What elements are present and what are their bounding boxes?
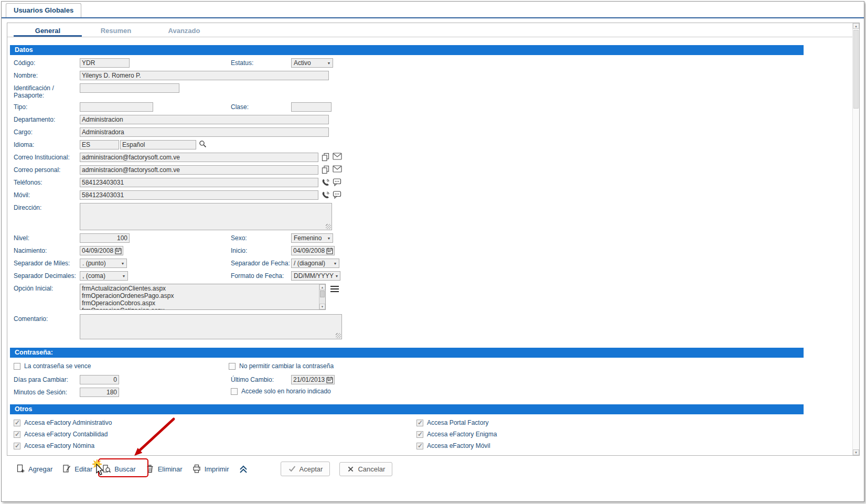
calendar-icon[interactable] <box>115 248 122 254</box>
separador-decimales-value: , (coma) <box>82 272 105 280</box>
accesa-nomina-checkbox[interactable] <box>14 443 20 449</box>
identificacion-input[interactable] <box>80 83 179 93</box>
minutos-sesion-input[interactable] <box>80 388 119 397</box>
formato-fecha-select[interactable]: DD/MM/YYYY <box>291 271 340 281</box>
dias-cambiar-input[interactable] <box>80 375 119 384</box>
separador-fecha-select[interactable]: / (diagonal) <box>291 259 339 268</box>
phone-icon[interactable] <box>321 190 330 199</box>
otros-grid: Accesa eFactory Administrativo Accesa Po… <box>10 419 852 449</box>
nivel-input[interactable] <box>80 233 130 243</box>
list-item[interactable]: frmActualizacionClientes.aspx <box>82 285 318 292</box>
sexo-select[interactable]: Femenino <box>291 233 333 243</box>
sms-icon[interactable] <box>333 190 341 199</box>
vertical-scrollbar[interactable] <box>852 23 859 455</box>
phone-icon[interactable] <box>321 178 330 187</box>
list-item[interactable]: frmOperacionCobros.aspx <box>82 299 318 307</box>
row-tipo-clase: Tipo: Clase: <box>10 102 852 112</box>
aceptar-button[interactable]: Aceptar <box>281 462 330 476</box>
calendar-icon[interactable] <box>326 248 333 254</box>
inner-tabstrip: General Resumen Avanzado <box>7 23 859 37</box>
scrollbar-thumb[interactable] <box>320 291 325 297</box>
collapse-toolbar-button[interactable] <box>239 464 248 474</box>
codigo-input[interactable] <box>80 58 130 68</box>
check-icon <box>288 465 296 473</box>
accesa-administrativo-checkbox[interactable] <box>14 420 20 426</box>
resize-grip-icon[interactable] <box>336 333 341 338</box>
mail-icon[interactable] <box>333 165 342 173</box>
separador-decimales-select[interactable]: , (coma) <box>80 271 128 281</box>
chevron-down-icon <box>332 259 339 267</box>
comentario-textarea[interactable] <box>80 314 342 339</box>
scroll-down-icon[interactable] <box>319 304 325 309</box>
accesa-movil-checkbox[interactable] <box>416 443 423 449</box>
inicio-date-field[interactable]: 04/09/2008 <box>291 246 335 255</box>
idioma-name-input[interactable] <box>120 140 196 149</box>
scroll-up-icon[interactable] <box>853 23 859 29</box>
horario-indicado-checkbox[interactable] <box>231 388 238 395</box>
opcion-inicial-listbox[interactable]: frmActualizacionClientes.aspx frmOperaci… <box>80 284 326 310</box>
clase-input[interactable] <box>291 102 332 112</box>
eliminar-button[interactable]: Eliminar <box>145 464 183 474</box>
resize-grip-icon[interactable] <box>326 224 331 229</box>
estatus-select[interactable]: Activo <box>291 58 333 68</box>
no-cambiar-contrasena-label: No permitir cambiar la contraseña <box>239 362 334 370</box>
scrollbar-thumb[interactable] <box>853 30 859 109</box>
contrasena-vence-checkbox[interactable] <box>14 363 20 370</box>
menu-icon[interactable] <box>330 285 339 293</box>
tab-resumen[interactable]: Resumen <box>82 23 150 37</box>
idioma-label: Idioma: <box>14 140 80 148</box>
sms-icon[interactable] <box>333 178 341 187</box>
estatus-select-value: Activo <box>294 59 311 67</box>
cargo-label: Cargo: <box>14 127 80 136</box>
no-cambiar-contrasena-checkbox[interactable] <box>229 363 236 370</box>
direccion-textarea[interactable] <box>80 203 332 230</box>
row-separadores-2: Separador Decimales: , (coma) Formato de… <box>10 271 852 281</box>
row-identificacion: Identificación / Pasaporte: <box>10 83 852 99</box>
calendar-icon[interactable] <box>326 377 333 383</box>
copy-icon[interactable] <box>321 153 330 162</box>
sexo-label: Sexo: <box>231 233 291 242</box>
editar-button[interactable]: Editar <box>62 464 92 474</box>
telefonos-input[interactable] <box>80 178 318 187</box>
cargo-input[interactable] <box>80 127 329 137</box>
departamento-label: Departamento: <box>14 115 80 123</box>
nombre-input[interactable] <box>80 71 329 80</box>
scroll-down-icon[interactable] <box>853 449 859 455</box>
idioma-code-input[interactable] <box>80 140 119 149</box>
minutos-sesion-label: Minutos de Sesión: <box>14 388 80 396</box>
tab-general[interactable]: General <box>14 23 82 37</box>
list-item[interactable]: frmOperacionCotizacion.aspx <box>82 307 318 310</box>
listbox-scrollbar[interactable] <box>319 284 325 309</box>
separador-miles-label: Separador de Miles: <box>14 259 80 267</box>
cancelar-button[interactable]: Cancelar <box>339 462 392 476</box>
search-icon[interactable] <box>199 140 207 148</box>
accesa-enigma-checkbox[interactable] <box>416 431 423 438</box>
buscar-button[interactable]: Buscar <box>102 464 135 474</box>
scroll-up-icon[interactable] <box>319 284 325 290</box>
correo-institucional-input[interactable] <box>80 153 318 162</box>
direccion-label: Dirección: <box>14 203 80 211</box>
ultimo-cambio-label: Último Cambio: <box>231 375 291 383</box>
correo-personal-input[interactable] <box>80 165 318 175</box>
tipo-input[interactable] <box>80 102 153 112</box>
tab-avanzado[interactable]: Avanzado <box>150 23 218 37</box>
separador-miles-value: . (punto) <box>82 260 106 267</box>
nivel-label: Nivel: <box>14 233 80 242</box>
imprimir-button[interactable]: Imprimir <box>192 464 229 474</box>
departamento-input[interactable] <box>80 115 329 124</box>
tab-usuarios-globales[interactable]: Usuarios Globales <box>6 3 81 17</box>
section-datos: Datos <box>10 45 804 55</box>
accesa-portal-factory-checkbox[interactable] <box>416 420 423 426</box>
accesa-contabilidad-checkbox[interactable] <box>14 431 20 438</box>
agregar-button[interactable]: Agregar <box>16 464 52 474</box>
nacimiento-date-field[interactable]: 04/09/2008 <box>80 246 123 255</box>
list-item[interactable]: frmOperacionOrdenesPago.aspx <box>82 292 318 299</box>
clase-label: Clase: <box>231 102 291 111</box>
ultimo-cambio-date-field[interactable]: 21/01/2013 <box>291 375 335 384</box>
codigo-label: Código: <box>14 58 80 67</box>
copy-icon[interactable] <box>321 165 330 174</box>
separador-miles-select[interactable]: . (punto) <box>80 259 127 268</box>
tipo-label: Tipo: <box>14 102 80 111</box>
mail-icon[interactable] <box>333 153 342 160</box>
movil-input[interactable] <box>80 190 318 200</box>
